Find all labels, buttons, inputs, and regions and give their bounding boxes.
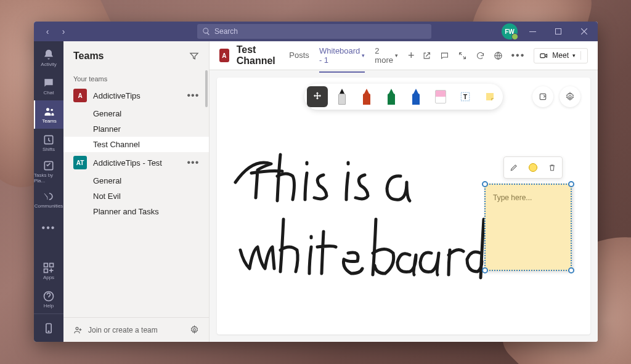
pen-green[interactable] xyxy=(381,86,402,107)
move-tool[interactable] xyxy=(307,86,328,107)
tab-more[interactable]: 2 more▾ xyxy=(375,41,398,73)
move-icon xyxy=(312,91,323,102)
text-tool[interactable]: T xyxy=(455,86,476,107)
undo-button[interactable] xyxy=(532,86,553,107)
channel-avatar: A xyxy=(219,49,229,62)
tab-posts[interactable]: Posts xyxy=(289,43,309,68)
app-window: ‹ › FW Activity Chat Team xyxy=(34,22,598,342)
tab-whiteboard[interactable]: Whiteboard - 1▾ xyxy=(319,41,365,73)
pop-out-icon[interactable] xyxy=(422,51,431,60)
bell-icon xyxy=(43,49,55,61)
maximize-button[interactable] xyxy=(547,22,569,41)
pen-black[interactable] xyxy=(332,86,352,107)
gear-icon[interactable] xyxy=(190,325,199,334)
eraser-tool[interactable] xyxy=(430,86,451,107)
sticky-icon xyxy=(484,91,495,102)
channel-row[interactable]: Planner xyxy=(63,121,209,137)
handwriting-ink xyxy=(228,139,493,287)
clock-icon xyxy=(43,134,55,146)
team-row[interactable]: AT AddictiveTips - Test ••• xyxy=(63,152,209,173)
user-avatar[interactable]: FW xyxy=(502,23,518,39)
conversation-icon[interactable] xyxy=(440,51,449,60)
svg-point-11 xyxy=(48,331,49,331)
rail-label: Shifts xyxy=(43,147,55,152)
channel-row[interactable]: Not Evil xyxy=(63,188,209,204)
rail-teams[interactable]: Teams xyxy=(34,100,63,129)
rail-more[interactable]: ••• xyxy=(34,214,63,242)
resize-handle[interactable] xyxy=(568,267,574,273)
delete-icon[interactable] xyxy=(548,163,556,172)
meet-label: Meet xyxy=(552,51,569,60)
join-team-icon[interactable] xyxy=(73,325,83,335)
sticky-placeholder[interactable]: Type here... xyxy=(486,185,571,211)
svg-point-3 xyxy=(51,109,53,111)
team-name: AddictiveTips xyxy=(93,91,181,100)
rail-help[interactable]: Help xyxy=(34,285,63,313)
rail-apps[interactable]: Apps xyxy=(34,257,63,285)
app-rail: Activity Chat Teams Shifts Tasks by Pla.… xyxy=(34,41,63,342)
team-avatar: A xyxy=(73,89,87,102)
sticky-note[interactable]: Type here... xyxy=(484,184,572,271)
team-more-button[interactable]: ••• xyxy=(187,157,199,168)
whiteboard-canvas[interactable]: T xyxy=(217,78,590,334)
nav-back-button[interactable]: ‹ xyxy=(40,24,55,39)
rail-activity[interactable]: Activity xyxy=(34,44,63,72)
refresh-icon[interactable] xyxy=(476,51,485,60)
pen-blue[interactable] xyxy=(405,86,426,107)
channel-title: Test Channel xyxy=(237,44,280,67)
svg-rect-8 xyxy=(44,269,48,273)
join-create-link[interactable]: Join or create a team xyxy=(88,326,158,334)
rail-tasks[interactable]: Tasks by Pla... xyxy=(34,157,63,185)
search-box[interactable] xyxy=(197,24,431,39)
chevron-down-icon: ▾ xyxy=(362,52,365,59)
edit-icon[interactable] xyxy=(510,163,518,172)
channel-row-active[interactable]: Test Channel xyxy=(63,137,209,152)
yammer-icon xyxy=(43,190,55,203)
rail-chat[interactable]: Chat xyxy=(34,72,63,100)
minimize-button[interactable] xyxy=(521,22,543,41)
video-icon xyxy=(539,51,548,60)
tasks-icon xyxy=(43,160,55,172)
rail-label: Activity xyxy=(41,62,56,67)
sticky-tool[interactable] xyxy=(479,86,500,107)
scrollbar[interactable] xyxy=(205,70,208,107)
resize-handle[interactable] xyxy=(482,267,488,273)
meet-button[interactable]: Meet ▾ xyxy=(534,48,588,63)
team-row[interactable]: A AddictiveTips ••• xyxy=(63,85,209,106)
svg-rect-7 xyxy=(50,264,54,267)
help-icon xyxy=(43,290,55,302)
svg-rect-6 xyxy=(44,264,48,267)
nav-forward-button[interactable]: › xyxy=(56,24,71,39)
whiteboard-toolbar: T xyxy=(304,84,503,110)
pen-red[interactable] xyxy=(356,86,377,107)
svg-rect-5 xyxy=(44,161,52,169)
channel-row[interactable]: Planner and Tasks xyxy=(63,204,209,219)
settings-button[interactable] xyxy=(560,86,580,107)
chat-icon xyxy=(43,77,55,89)
rail-label: Communities xyxy=(35,203,63,209)
svg-point-19 xyxy=(569,95,571,98)
team-avatar: AT xyxy=(73,156,87,169)
more-icon[interactable]: ••• xyxy=(511,50,526,61)
svg-point-2 xyxy=(46,108,49,111)
globe-icon[interactable] xyxy=(494,51,503,60)
rail-communities[interactable]: Communities xyxy=(34,185,63,214)
rail-shifts[interactable]: Shifts xyxy=(34,129,63,157)
resize-handle[interactable] xyxy=(482,181,488,187)
undo-icon xyxy=(538,92,548,102)
chevron-down-icon: ▾ xyxy=(395,52,398,59)
expand-icon[interactable] xyxy=(458,51,467,60)
tab-label: 2 more xyxy=(375,46,393,65)
color-picker[interactable] xyxy=(529,163,537,172)
resize-handle[interactable] xyxy=(568,181,574,187)
channel-row[interactable]: General xyxy=(63,106,209,121)
channel-row[interactable]: General xyxy=(63,173,209,188)
filter-icon[interactable] xyxy=(189,51,199,61)
rail-mobile[interactable] xyxy=(34,313,63,342)
search-input[interactable] xyxy=(214,27,426,36)
close-button[interactable] xyxy=(573,22,595,41)
apps-icon xyxy=(43,262,55,274)
team-more-button[interactable]: ••• xyxy=(187,90,199,101)
mobile-icon xyxy=(43,322,55,334)
add-tab-button[interactable]: + xyxy=(408,49,415,62)
